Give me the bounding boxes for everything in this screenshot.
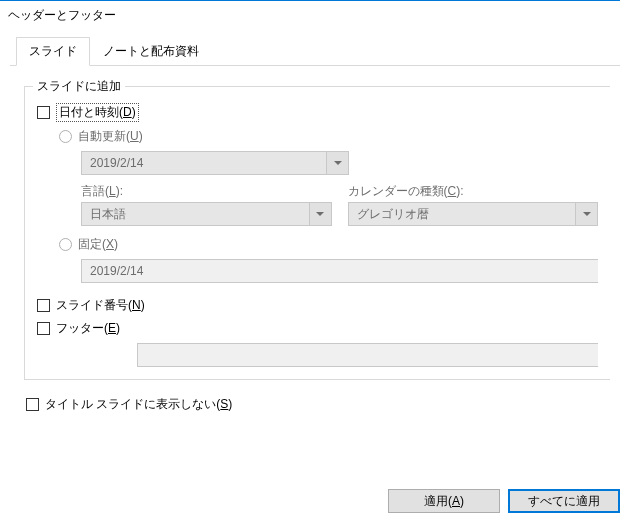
checkbox-datetime[interactable] xyxy=(37,106,50,119)
chevron-down-icon xyxy=(334,161,342,165)
combo-date-format-value: 2019/2/14 xyxy=(82,156,326,170)
label-fixed: 固定(X) xyxy=(78,236,118,253)
radio-fixed[interactable] xyxy=(59,238,72,251)
apply-button-label: 適用(A) xyxy=(424,493,464,510)
combo-calendar-type[interactable]: グレゴリオ暦 xyxy=(348,202,599,226)
row-auto-update: 自動更新(U) xyxy=(59,128,598,145)
button-bar: 適用(A) すべてに適用 xyxy=(388,489,620,513)
window-title: ヘッダーとフッター xyxy=(8,7,116,24)
combo-language-value: 日本語 xyxy=(82,206,309,223)
label-datetime: 日付と時刻(D) xyxy=(56,103,139,122)
label-language: 言語(L): xyxy=(81,184,123,198)
row-fixed: 固定(X) xyxy=(59,236,598,253)
textbox-footer[interactable] xyxy=(137,343,598,367)
row-slide-number: スライド番号(N) xyxy=(37,297,598,314)
combo-calendar-type-btn[interactable] xyxy=(575,203,597,225)
label-hide-title-slide: タイトル スライドに表示しない(S) xyxy=(45,396,232,413)
tab-notes-label: ノートと配布資料 xyxy=(103,44,199,58)
combo-language-btn[interactable] xyxy=(309,203,331,225)
chevron-down-icon xyxy=(583,212,591,216)
row-datetime: 日付と時刻(D) xyxy=(37,103,598,122)
label-auto-update: 自動更新(U) xyxy=(78,128,143,145)
textbox-fixed-date[interactable]: 2019/2/14 xyxy=(81,259,598,283)
chevron-down-icon xyxy=(316,212,324,216)
row-hide-title-slide: タイトル スライドに表示しない(S) xyxy=(26,396,610,413)
label-footer: フッター(E) xyxy=(56,320,120,337)
tab-slide[interactable]: スライド xyxy=(16,37,90,66)
row-footer: フッター(E) xyxy=(37,320,598,337)
combo-calendar-type-value: グレゴリオ暦 xyxy=(349,206,576,223)
group-add-to-slide: スライドに追加 日付と時刻(D) 自動更新(U) xyxy=(24,86,610,380)
tab-notes-handouts[interactable]: ノートと配布資料 xyxy=(90,37,212,66)
apply-all-button[interactable]: すべてに適用 xyxy=(508,489,620,513)
group-title: スライドに追加 xyxy=(33,78,125,95)
label-slide-number: スライド番号(N) xyxy=(56,297,145,314)
apply-all-button-label: すべてに適用 xyxy=(528,493,600,510)
tab-slide-label: スライド xyxy=(29,44,77,58)
combo-date-format[interactable]: 2019/2/14 xyxy=(81,151,349,175)
combo-date-format-btn[interactable] xyxy=(326,152,348,174)
checkbox-slide-number[interactable] xyxy=(37,299,50,312)
apply-button[interactable]: 適用(A) xyxy=(388,489,500,513)
label-calendar-type: カレンダーの種類(C): xyxy=(348,184,464,198)
checkbox-hide-title-slide[interactable] xyxy=(26,398,39,411)
titlebar: ヘッダーとフッター xyxy=(0,0,620,30)
textbox-fixed-date-value: 2019/2/14 xyxy=(90,264,143,278)
combo-language[interactable]: 日本語 xyxy=(81,202,332,226)
checkbox-footer[interactable] xyxy=(37,322,50,335)
radio-auto-update[interactable] xyxy=(59,130,72,143)
tabstrip: スライド ノートと配布資料 xyxy=(16,40,620,66)
